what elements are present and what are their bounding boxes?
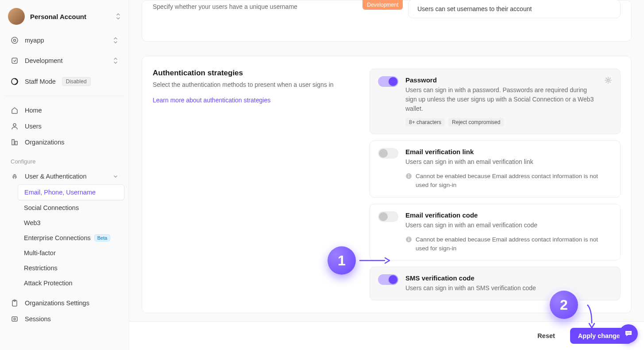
callout-arrow-2 [585,305,598,329]
reset-button[interactable]: Reset [531,329,561,343]
option-title: SMS verification code [405,274,612,282]
option-warning: Cannot be enabled because Email address … [416,172,612,190]
nav-user-auth[interactable]: User & Authentication [4,168,124,184]
account-name: Personal Account [30,13,110,20]
toggle-password[interactable] [378,76,398,87]
svg-point-19 [628,333,629,334]
gear-icon[interactable] [604,76,612,84]
toggle-sms[interactable] [378,274,398,285]
nav-label: Organizations [25,139,64,146]
avatar [8,8,25,25]
staff-mode-row: Staff Mode Disabled [4,74,124,89]
clipboard-icon [11,299,19,307]
toggle-email-link[interactable] [378,148,398,159]
divider [4,96,124,96]
nav-home[interactable]: Home [4,102,124,118]
updown-icon [113,37,118,44]
callout-step-2: 2 [550,291,578,319]
svg-rect-9 [12,317,17,321]
info-icon [405,173,412,179]
app-label: myapp [25,37,107,44]
svg-rect-2 [12,58,17,63]
option-desc: Users can sign in with an SMS verificati… [405,284,612,293]
username-option-card: Users can set usernames to their account [408,0,621,18]
orgs-icon [11,138,19,146]
app-selector[interactable]: myapp [4,33,124,48]
learn-more-link[interactable]: Learn more about authentication strategi… [153,97,270,104]
option-warning: Cannot be enabled because Email address … [416,235,612,253]
nav-label: Sessions [25,315,51,323]
callout-step-1: 1 [328,246,356,275]
svg-point-11 [607,79,609,82]
toggle-email-code[interactable] [378,211,398,222]
subnav-label: Multi-factor [24,249,56,257]
svg-point-1 [14,39,16,42]
footer-bar: Reset Apply changes [129,321,644,350]
subnav-label: Email, Phone, Username [24,189,96,196]
nav-sessions[interactable]: Sessions [4,311,124,327]
password-rule-tag: Reject compromised [448,118,504,127]
subnav-label: Social Connections [24,204,79,211]
subnav-restrictions[interactable]: Restrictions [18,261,124,276]
staff-icon [11,78,19,86]
nav-org-settings[interactable]: Organizations Settings [4,295,124,311]
staff-status-tag: Disabled [62,77,91,86]
auth-desc: Select the authentication methods to pre… [153,81,356,88]
subnav-enterprise[interactable]: Enterprise Connections Beta [18,230,124,245]
section-head-configure: Configure [4,150,124,168]
subnav-label: Enterprise Connections [24,234,91,241]
chat-bubble[interactable] [619,324,638,343]
option-password: Password Users can sign in with a passwo… [370,69,621,134]
option-desc: Users can sign in with an email verifica… [405,221,612,230]
option-title: Password [405,76,597,84]
svg-point-10 [14,318,15,320]
sessions-icon [11,315,19,323]
info-icon [405,236,412,243]
svg-point-18 [627,333,628,334]
nav-label: User & Authentication [25,173,86,180]
nav-organizations[interactable]: Organizations [4,134,124,150]
env-selector[interactable]: Development [4,53,124,68]
sidebar: Personal Account myapp Development [0,0,129,350]
username-option-desc: Users can set usernames to their account [417,5,611,12]
svg-point-14 [409,174,409,175]
svg-point-0 [12,37,18,43]
dev-badge: Development [362,0,403,10]
nav-label: Home [25,107,42,114]
subnav-user-auth: Email, Phone, Username Social Connection… [4,184,124,291]
subnav-social[interactable]: Social Connections [18,200,124,215]
home-icon [11,106,19,114]
svg-rect-16 [409,239,409,241]
svg-point-20 [629,333,630,334]
app-icon [11,36,19,44]
svg-point-4 [13,124,16,126]
subnav-attack[interactable]: Attack Protection [18,276,124,291]
subnav-email-phone-username[interactable]: Email, Phone, Username [18,184,124,200]
nav-users[interactable]: Users [4,118,124,134]
updown-icon [113,57,118,64]
account-switcher[interactable]: Personal Account [4,5,124,27]
option-email-link: Email verification link Users can sign i… [370,140,621,198]
subnav-label: Restrictions [24,264,58,272]
option-title: Email verification code [405,211,612,219]
nav-label: Users [25,123,42,130]
chevron-down-icon [113,174,118,179]
subnav-web3[interactable]: Web3 [18,215,124,230]
svg-point-3 [12,78,18,85]
env-label: Development [25,57,107,64]
password-rule-tag: 8+ characters [405,118,445,127]
auth-title: Authentication strategies [153,69,356,78]
beta-badge: Beta [94,234,111,241]
svg-rect-6 [15,141,17,145]
env-icon [11,57,19,65]
option-email-code: Email verification code Users can sign i… [370,204,621,261]
option-desc: Users can sign in with an email verifica… [405,157,612,167]
auth-strategies-card: Authentication strategies Select the aut… [142,56,632,313]
updown-icon [116,13,121,20]
svg-rect-13 [409,175,409,178]
staff-label: Staff Mode [25,78,56,85]
option-desc: Users can sign in with a password. Passw… [405,86,597,113]
option-title: Email verification link [405,148,612,156]
username-section-card: Specify whether your users have a unique… [142,0,632,42]
subnav-mfa[interactable]: Multi-factor [18,245,124,261]
